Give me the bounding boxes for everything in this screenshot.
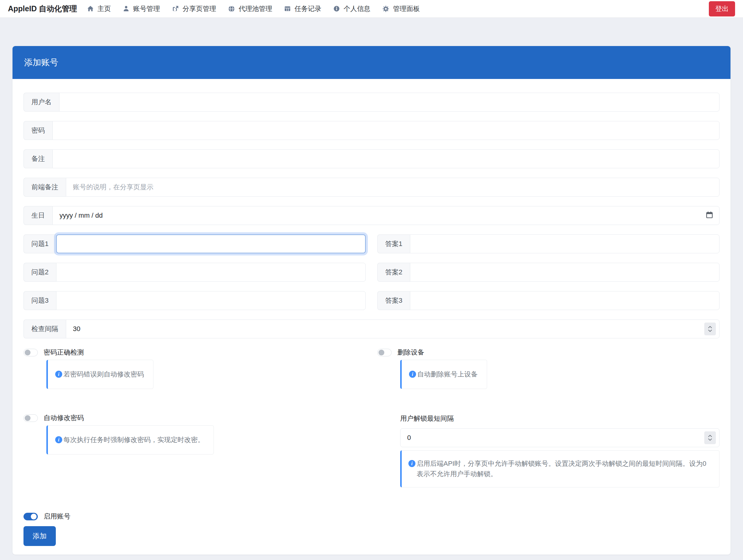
- nav-item-home[interactable]: 主页: [87, 4, 111, 13]
- note-text: 若密码错误则自动修改密码: [63, 369, 144, 379]
- remark-group: 备注: [24, 149, 719, 168]
- question1-input[interactable]: [56, 234, 366, 253]
- auto-change-password-toggle[interactable]: [24, 414, 38, 422]
- top-navbar: AppleID 自动化管理 主页 账号管理 分享页管理 代理池管理 任务记录 个…: [0, 0, 743, 18]
- add-button[interactable]: 添加: [24, 526, 56, 546]
- answer1-input[interactable]: [410, 234, 719, 253]
- share-icon: [172, 5, 179, 12]
- question1-label: 问题1: [24, 234, 56, 253]
- number-stepper[interactable]: [704, 431, 716, 444]
- answer2-label: 答案2: [377, 263, 410, 282]
- answer3-group: 答案3: [377, 291, 719, 310]
- nav-item-proxy-pool[interactable]: 代理池管理: [228, 4, 272, 13]
- logout-button[interactable]: 登出: [709, 1, 735, 16]
- switch-section-2: 自动修改密码 i 每次执行任务时强制修改密码，实现定时改密。 用户解锁最短间隔: [24, 413, 719, 487]
- number-stepper[interactable]: [704, 323, 716, 335]
- birthday-date-input[interactable]: [52, 206, 719, 225]
- remark-label: 备注: [24, 149, 52, 168]
- toggle-knob: [379, 349, 384, 356]
- delete-device-label: 删除设备: [397, 348, 424, 357]
- enable-account-toggle[interactable]: [24, 513, 38, 520]
- question3-group: 问题3: [24, 291, 366, 310]
- info-icon: [333, 5, 340, 12]
- unlock-interval-label: 用户解锁最短间隔: [400, 414, 719, 423]
- calendar-icon[interactable]: [705, 211, 713, 220]
- unlock-interval-block: 用户解锁最短间隔 i 启用后端API时，分享页中允许手动解锁账号。设置决定两次手…: [400, 414, 719, 487]
- nav-item-label: 管理面板: [393, 4, 420, 13]
- password-input[interactable]: [52, 121, 719, 140]
- question2-input[interactable]: [56, 263, 366, 282]
- toggle-knob: [25, 349, 31, 356]
- front-remark-group: 前端备注: [24, 178, 719, 197]
- auto-change-column: 自动修改密码 i 每次执行任务时强制修改密码，实现定时改密。: [24, 413, 366, 487]
- check-interval-input[interactable]: [66, 320, 719, 338]
- answer3-input[interactable]: [410, 291, 719, 310]
- qa-row-3: 问题3 答案3: [24, 291, 719, 320]
- nav-item-admin-panel[interactable]: 管理面板: [383, 4, 420, 13]
- username-input[interactable]: [59, 93, 719, 111]
- answer2-group: 答案2: [377, 263, 719, 282]
- password-check-row: 密码正确检测: [24, 348, 366, 357]
- card-title: 添加账号: [12, 46, 731, 79]
- unlock-interval-input-wrap: [400, 428, 719, 447]
- gear-icon: [383, 5, 389, 12]
- nav-item-share-pages[interactable]: 分享页管理: [172, 4, 216, 13]
- table-icon: [284, 5, 291, 12]
- nav-item-accounts[interactable]: 账号管理: [123, 4, 160, 13]
- birthday-group: 生日: [24, 206, 719, 225]
- front-remark-label: 前端备注: [24, 178, 66, 197]
- qa-row-1: 问题1 答案1: [24, 234, 719, 263]
- note-text: 启用后端API时，分享页中允许手动解锁账号。设置决定两次手动解锁之间的最短时间间…: [417, 459, 711, 479]
- answer3-label: 答案3: [377, 291, 410, 310]
- answer1-label: 答案1: [377, 234, 410, 253]
- birthday-label: 生日: [24, 206, 52, 225]
- nav-item-label: 任务记录: [294, 4, 321, 13]
- switch-section-1: 密码正确检测 i 若密码错误则自动修改密码 删除设备 i 自动删除账号上设备: [24, 348, 719, 389]
- password-check-toggle[interactable]: [24, 349, 38, 356]
- globe-icon: [228, 5, 235, 12]
- nav-item-profile[interactable]: 个人信息: [333, 4, 370, 13]
- question3-input[interactable]: [56, 291, 366, 310]
- password-check-label: 密码正确检测: [44, 348, 84, 357]
- info-circle-icon: i: [409, 371, 416, 378]
- delete-device-note: i 自动删除账号上设备: [400, 360, 487, 389]
- app-brand: AppleID 自动化管理: [8, 4, 77, 14]
- password-check-column: 密码正确检测 i 若密码错误则自动修改密码: [24, 348, 366, 389]
- question2-label: 问题2: [24, 263, 56, 282]
- remark-input[interactable]: [52, 149, 719, 168]
- auto-change-password-label: 自动修改密码: [44, 413, 84, 422]
- qa-row-2: 问题2 答案2: [24, 263, 719, 291]
- question1-group: 问题1: [24, 234, 366, 253]
- nav-item-task-log[interactable]: 任务记录: [284, 4, 321, 13]
- home-icon: [87, 5, 94, 12]
- toggle-knob: [25, 415, 31, 421]
- password-label: 密码: [24, 121, 52, 140]
- add-account-card: 添加账号 用户名 密码 备注 前端备注: [12, 46, 731, 555]
- enable-account-row: 启用账号: [24, 512, 719, 521]
- unlock-interval-column: 用户解锁最短间隔 i 启用后端API时，分享页中允许手动解锁账号。设置决定两次手…: [377, 413, 719, 487]
- auto-change-note: i 每次执行任务时强制修改密码，实现定时改密。: [46, 425, 214, 455]
- nav-item-label: 个人信息: [343, 4, 370, 13]
- nav-item-label: 分享页管理: [182, 4, 216, 13]
- answer2-input[interactable]: [410, 263, 719, 282]
- front-remark-input[interactable]: [66, 178, 719, 197]
- question2-group: 问题2: [24, 263, 366, 282]
- nav-item-label: 主页: [97, 4, 111, 13]
- username-group: 用户名: [24, 93, 719, 111]
- unlock-interval-input[interactable]: [400, 428, 719, 447]
- username-label: 用户名: [24, 93, 59, 111]
- toggle-knob: [31, 514, 37, 519]
- person-icon: [123, 5, 129, 12]
- password-check-note: i 若密码错误则自动修改密码: [46, 360, 154, 389]
- add-account-form: 用户名 密码 备注 前端备注 生日: [12, 79, 731, 555]
- password-group: 密码: [24, 121, 719, 140]
- note-text: 每次执行任务时强制修改密码，实现定时改密。: [63, 435, 204, 445]
- check-interval-group: 检查间隔: [24, 320, 719, 338]
- note-text: 自动删除账号上设备: [417, 369, 478, 379]
- nav-item-label: 代理池管理: [238, 4, 272, 13]
- unlock-interval-note: i 启用后端API时，分享页中允许手动解锁账号。设置决定两次手动解锁之间的最短时…: [400, 450, 719, 487]
- nav-menu: 主页 账号管理 分享页管理 代理池管理 任务记录 个人信息 管理面板: [87, 4, 432, 13]
- enable-account-label: 启用账号: [44, 512, 71, 521]
- nav-item-label: 账号管理: [133, 4, 160, 13]
- delete-device-toggle[interactable]: [377, 349, 392, 356]
